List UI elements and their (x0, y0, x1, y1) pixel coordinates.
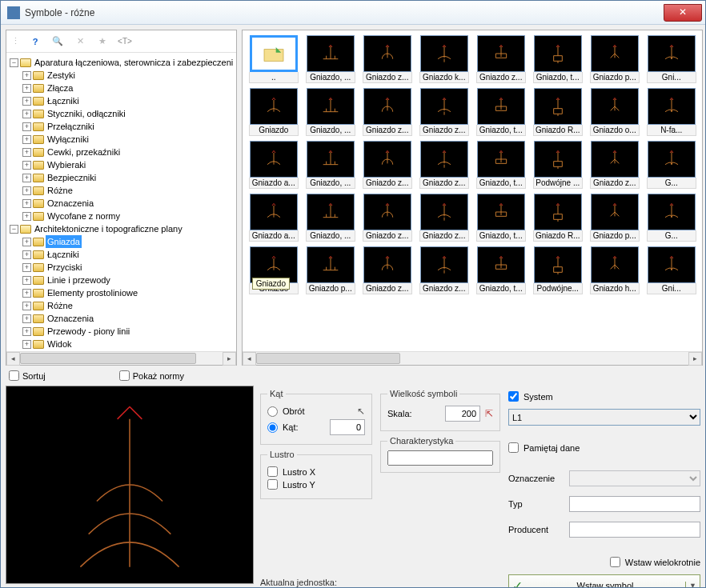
expander-icon[interactable]: − (10, 225, 18, 234)
thumbnail-item[interactable]: Gniazdo z... (361, 246, 413, 294)
scroll-thumb[interactable] (256, 353, 400, 364)
tree-node[interactable]: +Cewki, przekaźniki (22, 146, 235, 158)
thumbnail-item[interactable]: Gniazdo a... (247, 194, 299, 242)
thumbs-scroll[interactable]: ..Gniazdo, ...Gniazdo z...Gniazdo k...Gn… (243, 30, 702, 351)
rotation-radio[interactable]: Obrót ↖ (267, 406, 365, 417)
insert-symbol-button[interactable]: ✓ Wstaw symbol ▼ (508, 574, 700, 587)
thumbnail-item[interactable]: Gniazdo R... (532, 194, 584, 242)
thumbnail-item[interactable]: G... (645, 194, 697, 242)
expander-icon[interactable]: + (22, 263, 31, 272)
thumbnail-item[interactable]: Gniazdo p... (304, 246, 356, 294)
tree-node[interactable]: +Wycofane z normy (22, 210, 235, 222)
tree-node[interactable]: +Różne (22, 184, 235, 197)
expander-icon[interactable]: + (22, 71, 31, 80)
thumbnail-item[interactable]: Gniazdo, ... (304, 88, 356, 136)
tree-node[interactable]: +Gniazda (22, 235, 235, 248)
thumbnail-item[interactable]: Gniazdo R... (532, 88, 584, 136)
expander-icon[interactable]: + (22, 289, 31, 298)
tree-node[interactable]: +Wyłączniki (22, 133, 235, 146)
tree-node[interactable]: +Elementy prostoliniowe (22, 286, 235, 299)
thumbs-hscroll[interactable]: ◂ ▸ (243, 351, 702, 365)
tree-node[interactable]: +Oznaczenia (22, 312, 235, 325)
thumbnail-item[interactable]: Gniazdo, t... (475, 246, 527, 294)
tree-node[interactable]: +Łączniki (22, 248, 235, 261)
designation-select[interactable] (569, 470, 700, 486)
thumbnail-item[interactable]: Podwójne... (532, 246, 584, 294)
thumbnail-item[interactable]: Gniazdo z... (475, 35, 527, 83)
expander-icon[interactable]: − (10, 58, 18, 67)
expander-icon[interactable]: + (22, 340, 31, 349)
thumbnail-item[interactable]: .. (247, 35, 299, 83)
favorite-icon[interactable]: ★ (95, 34, 110, 49)
tree-node[interactable]: +Wybieraki (22, 158, 235, 171)
thumbnail-item[interactable]: Gniazdo p... (588, 194, 640, 242)
help-icon[interactable]: ? (28, 34, 42, 49)
type-input[interactable] (569, 496, 700, 512)
tree-node[interactable]: +Widok (22, 338, 235, 350)
expander-icon[interactable]: + (22, 148, 31, 157)
thumbnail-item[interactable]: Gniazdo, ... (304, 35, 356, 83)
thumbnail-item[interactable]: Gniazdo, t... (532, 35, 584, 83)
thumbnail-item[interactable]: Gniazdo, t... (475, 141, 527, 189)
expander-icon[interactable]: + (22, 276, 31, 285)
thumbnail-item[interactable]: Gniazdo k... (418, 35, 470, 83)
expander-icon[interactable]: + (22, 302, 31, 310)
scroll-right-icon[interactable]: ▸ (223, 352, 236, 366)
thumbnail-item[interactable]: Gniazdo p... (588, 35, 640, 83)
expander-icon[interactable]: + (22, 314, 31, 323)
scroll-right-icon[interactable]: ▸ (688, 352, 702, 366)
close-button[interactable]: ✕ (664, 4, 702, 22)
tree-node[interactable]: +Łączniki (22, 94, 235, 107)
thumbnail-item[interactable]: G... (645, 141, 697, 189)
expander-icon[interactable]: + (22, 199, 31, 208)
manufacturer-input[interactable] (569, 522, 700, 538)
angle-radio[interactable]: Kąt: (267, 419, 365, 435)
thumbnail-item[interactable]: Gniazdo z... (418, 88, 470, 136)
tree-node[interactable]: +Bezpieczniki (22, 171, 235, 184)
expander-icon[interactable]: + (22, 174, 31, 182)
show-norms-checkbox[interactable]: Pokaż normy (119, 370, 184, 381)
expander-icon[interactable]: + (22, 122, 31, 131)
mirror-y-checkbox[interactable]: Lustro Y (267, 479, 365, 490)
tree-hscroll[interactable]: ◂ ▸ (6, 351, 236, 365)
tree-node[interactable]: +Linie i przewody (22, 274, 235, 286)
expander-icon[interactable]: + (22, 135, 31, 144)
thumbnail-item[interactable]: Gniazdo z... (588, 141, 640, 189)
dropdown-icon[interactable]: ▼ (685, 582, 700, 587)
characteristic-input[interactable] (387, 450, 493, 466)
tree-node[interactable]: +Styczniki, odłączniki (22, 107, 235, 120)
thumbnail-item[interactable]: Gni... (645, 35, 697, 83)
tree-node[interactable]: +Złącza (22, 82, 235, 94)
expander-icon[interactable]: + (22, 84, 31, 93)
thumbnail-item[interactable]: GniazdoGniazdo (247, 246, 299, 294)
find-icon[interactable]: 🔍 (50, 34, 65, 49)
expander-icon[interactable]: + (22, 250, 31, 259)
scale-input[interactable] (445, 406, 480, 422)
tree-node[interactable]: +Różne (22, 299, 235, 312)
tree-scroll[interactable]: − Aparatura łączeniowa, sterownicza i za… (6, 53, 236, 351)
expander-icon[interactable]: + (22, 97, 31, 106)
expander-icon[interactable]: + (22, 238, 31, 246)
thumbnail-item[interactable]: Podwójne ... (532, 141, 584, 189)
scroll-left-icon[interactable]: ◂ (243, 352, 256, 366)
tree-node[interactable]: +Przyciski (22, 261, 235, 274)
tree-node[interactable]: +Zestyki (22, 69, 235, 82)
scale-pick-icon[interactable]: ⇱ (485, 408, 493, 419)
remember-checkbox[interactable]: Pamiętaj dane (508, 442, 700, 453)
thumbnail-item[interactable]: Gniazdo o... (588, 88, 640, 136)
expander-icon[interactable]: + (22, 327, 31, 336)
thumbnail-item[interactable]: Gniazdo, t... (475, 194, 527, 242)
expander-icon[interactable]: + (22, 110, 31, 118)
system-checkbox[interactable]: System (508, 391, 700, 402)
thumbnail-item[interactable]: Gniazdo, ... (304, 141, 356, 189)
thumbnail-item[interactable]: Gniazdo, ... (304, 194, 356, 242)
multi-insert-checkbox[interactable]: Wstaw wielokrotnie (508, 557, 700, 567)
thumbnail-item[interactable]: Gniazdo z... (361, 141, 413, 189)
thumbnail-item[interactable]: Gniazdo z... (361, 194, 413, 242)
tree-node-architekt[interactable]: − Architektoniczne i topograficzne plany (10, 222, 235, 235)
thumbnail-item[interactable]: Gniazdo z... (361, 88, 413, 136)
delete-icon[interactable]: ✕ (73, 34, 87, 49)
thumbnail-item[interactable]: Gniazdo h... (588, 246, 640, 294)
expander-icon[interactable]: + (22, 161, 31, 170)
scroll-thumb[interactable] (20, 353, 196, 364)
